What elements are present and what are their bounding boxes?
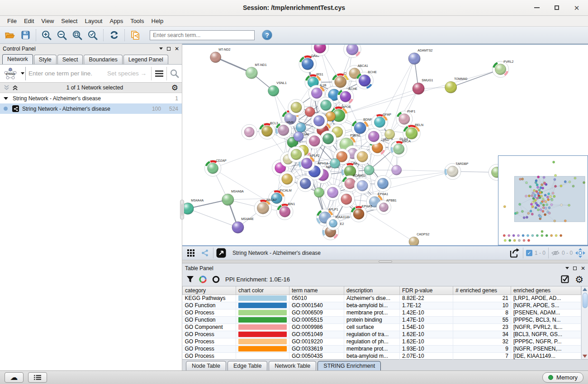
cell-term-name[interactable]: GO:0019220 bbox=[289, 338, 344, 345]
cell-fdr-pvalue[interactable]: 1.62E-10 bbox=[400, 338, 453, 345]
term-input[interactable]: Enter one term per line. bbox=[28, 70, 107, 77]
tab-boundaries[interactable]: Boundaries bbox=[84, 55, 122, 64]
open-session-button[interactable] bbox=[3, 28, 17, 42]
menu-edit[interactable]: Edit bbox=[20, 17, 38, 25]
refresh-button[interactable] bbox=[107, 28, 121, 42]
column-header-FDR-p-value[interactable]: FDR p-value bbox=[400, 286, 453, 295]
table-tab-string-enrichment[interactable]: STRING Enrichment bbox=[318, 361, 381, 370]
cell-chart-color[interactable] bbox=[236, 302, 289, 309]
scroll-thumb[interactable] bbox=[583, 293, 588, 308]
maximize-button[interactable] bbox=[552, 3, 562, 13]
cell-enriched-genes[interactable]: [PPP5C, NGFR, P... bbox=[511, 338, 581, 345]
cell-description[interactable]: Alzheimer's dise... bbox=[344, 295, 400, 302]
cell-description[interactable]: regulation of ph... bbox=[344, 338, 400, 345]
network-node[interactable] bbox=[365, 128, 382, 145]
table-row[interactable]: GO FunctionGO:0005515protein binding1.47… bbox=[183, 316, 581, 323]
network-node-tardbp[interactable]: TARDBP bbox=[445, 162, 469, 180]
network-node[interactable] bbox=[311, 113, 327, 129]
cell-description[interactable]: protein binding bbox=[344, 316, 400, 323]
enrichment-chart-icon[interactable] bbox=[199, 276, 207, 283]
grid-view-button[interactable] bbox=[185, 246, 197, 260]
cell-enriched-count[interactable]: 9 bbox=[453, 345, 511, 352]
column-header-enriched-genes[interactable]: enriched genes bbox=[511, 286, 581, 295]
select-columns-icon[interactable] bbox=[561, 275, 569, 284]
network-node-cd2ap[interactable]: CD2AP bbox=[204, 159, 227, 177]
menu-view[interactable]: View bbox=[38, 17, 57, 25]
cell-description[interactable]: regulation of tra... bbox=[344, 331, 400, 338]
network-node-abca7[interactable]: ABCA7 bbox=[254, 198, 277, 217]
memory-button[interactable]: Memory bbox=[542, 372, 583, 383]
tab-style[interactable]: Style bbox=[34, 55, 57, 64]
menu-apps[interactable]: Apps bbox=[106, 17, 127, 25]
cell-term-name[interactable]: GO:0051049 bbox=[289, 331, 344, 338]
cell-fdr-pvalue[interactable]: 1.93E-10 bbox=[400, 345, 453, 352]
table-splitter-handle[interactable] bbox=[182, 260, 588, 263]
cell-enriched-genes[interactable]: [NGFR, PVRL2, IL... bbox=[511, 323, 581, 331]
cell-chart-color[interactable] bbox=[236, 345, 289, 352]
string-search-button[interactable] bbox=[166, 67, 182, 80]
cell-enriched-count[interactable]: 8 bbox=[453, 309, 511, 316]
search-input[interactable] bbox=[150, 30, 255, 40]
table-row[interactable]: GO ProcessGO:0006509membrane prot...1.42… bbox=[183, 309, 581, 316]
collection-expand-icon[interactable] bbox=[4, 97, 8, 100]
network-node[interactable] bbox=[288, 146, 304, 163]
table-row[interactable]: GO ProcessGO:0033619membrane prot...1.93… bbox=[183, 345, 581, 352]
cell-enriched-genes[interactable]: [NGFR, APOE, S... bbox=[511, 302, 581, 309]
cell-enriched-count[interactable]: 7 bbox=[453, 352, 511, 360]
table-row[interactable]: KEGG Pathways05010Alzheimer's dise...8.8… bbox=[183, 295, 581, 302]
cell-fdr-pvalue[interactable]: 1.54E-10 bbox=[400, 323, 453, 331]
cell-term-name[interactable]: GO:0050435 bbox=[289, 352, 344, 360]
menu-help[interactable]: Help bbox=[148, 17, 167, 25]
network-row[interactable]: String Network - Alzheimer's disease 100… bbox=[0, 103, 182, 114]
zoom-fit-button[interactable] bbox=[70, 28, 85, 42]
menu-tools[interactable]: Tools bbox=[127, 17, 147, 25]
network-node-smug1[interactable]: SMUG1 bbox=[413, 79, 433, 94]
cell-enriched-count[interactable]: 55 bbox=[453, 316, 511, 323]
network-node-cadps2[interactable]: CADPS2 bbox=[409, 233, 429, 245]
scroll-down-icon[interactable] bbox=[583, 355, 587, 358]
tab-select[interactable]: Select bbox=[57, 55, 83, 64]
cell-description[interactable]: membrane prot... bbox=[344, 309, 400, 316]
save-session-button[interactable] bbox=[18, 28, 33, 42]
panel-menu-icon[interactable] bbox=[159, 47, 163, 50]
birdseye-toggle-button[interactable] bbox=[199, 246, 210, 260]
cell-chart-color[interactable] bbox=[236, 309, 289, 316]
clone-network-button[interactable] bbox=[128, 28, 142, 42]
cell-category[interactable]: GO Process bbox=[183, 352, 236, 360]
cell-fdr-pvalue[interactable]: 2.07E-10 bbox=[400, 352, 453, 360]
network-canvas[interactable]: MT-ND2MT-ND1VSNL1GAB2ADAMTS2PVRL2TOMM40S… bbox=[182, 44, 588, 246]
network-node-vsnl1[interactable]: VSNL1 bbox=[268, 81, 286, 96]
network-node[interactable] bbox=[344, 45, 361, 58]
string-options-button[interactable] bbox=[151, 67, 166, 80]
table-row[interactable]: GO ProcessGO:0050435beta-amyloid m...2.0… bbox=[183, 352, 581, 360]
cell-fdr-pvalue[interactable]: 1.7E-12 bbox=[400, 302, 453, 309]
collapse-all-icon[interactable] bbox=[4, 85, 9, 90]
network-node[interactable] bbox=[375, 175, 391, 192]
table-row[interactable]: GO FunctionGO:0001540beta-amyloid bi...1… bbox=[183, 302, 581, 309]
network-node[interactable] bbox=[242, 124, 257, 140]
cell-category[interactable]: GO Process bbox=[183, 338, 236, 345]
network-node[interactable] bbox=[330, 159, 340, 169]
column-header-chart-color[interactable]: chart color bbox=[236, 286, 289, 295]
menu-select[interactable]: Select bbox=[57, 17, 81, 25]
cell-term-name[interactable]: GO:0033619 bbox=[289, 345, 344, 352]
network-options-gear-icon[interactable]: ⚙ bbox=[171, 84, 178, 92]
string-logo-icon[interactable]: STRING bbox=[0, 67, 21, 80]
column-header--enriched-genes[interactable]: # enriched genes bbox=[453, 286, 511, 295]
network-node-mt-nd2[interactable]: MT-ND2 bbox=[210, 48, 230, 63]
help-button[interactable]: ? bbox=[262, 30, 272, 40]
cell-description[interactable]: beta-amyloid bi... bbox=[344, 302, 400, 309]
network-node[interactable] bbox=[279, 171, 295, 187]
network-node[interactable] bbox=[314, 187, 324, 197]
network-node[interactable] bbox=[318, 97, 334, 113]
table-row[interactable]: GO ProcessGO:0019220regulation of ph...1… bbox=[183, 338, 581, 345]
tab-network[interactable]: Network bbox=[2, 54, 33, 64]
cell-enriched-genes[interactable]: [IDE, KIAA1149... bbox=[511, 352, 581, 360]
zoom-out-button[interactable] bbox=[55, 28, 69, 42]
cell-fdr-pvalue[interactable]: 1.62E-10 bbox=[400, 331, 453, 338]
cell-enriched-count[interactable]: 34 bbox=[453, 331, 511, 338]
enrichment-table[interactable]: categorychart colorterm namedescriptionF… bbox=[182, 286, 581, 360]
cell-category[interactable]: GO Component bbox=[183, 323, 236, 331]
filter-funnel-icon[interactable] bbox=[187, 276, 194, 283]
cell-category[interactable]: GO Function bbox=[183, 316, 236, 323]
